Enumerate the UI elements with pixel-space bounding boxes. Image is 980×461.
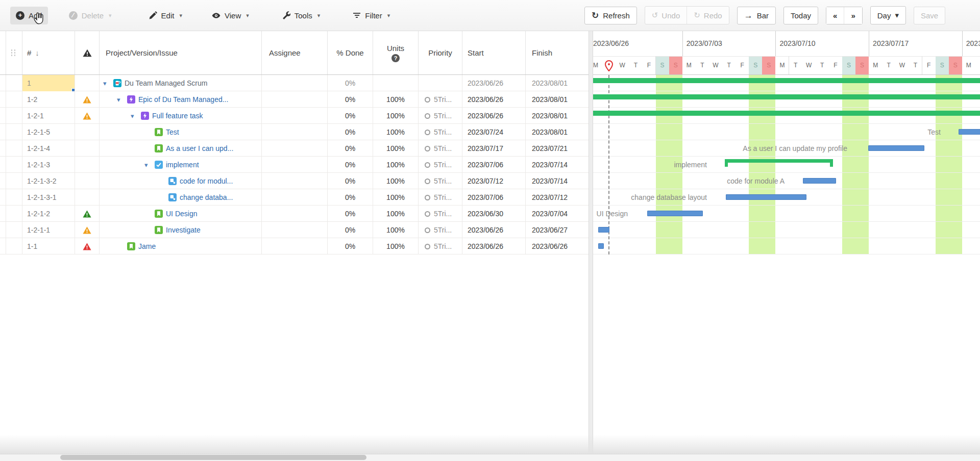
row-number-cell[interactable]: 1-2: [22, 91, 75, 108]
start-date-cell[interactable]: 2023/06/26: [462, 91, 526, 108]
today-button[interactable]: Today: [783, 7, 818, 24]
start-date-cell[interactable]: 2023/06/26: [462, 238, 526, 254]
issue-title-link[interactable]: Full feature task: [152, 112, 203, 120]
expand-caret-icon[interactable]: ▾: [144, 161, 148, 169]
row-grip-cell[interactable]: [6, 222, 22, 238]
project-issue-cell[interactable]: Jame: [100, 238, 262, 254]
edit-menu-button[interactable]: Edit ▾: [143, 7, 188, 24]
table-row[interactable]: 1-2-1-3-2code for modul...0%100%5Tri...2…: [0, 173, 589, 189]
column-header-warning[interactable]: [75, 31, 100, 74]
units-cell[interactable]: 100%: [373, 206, 419, 222]
issue-title-link[interactable]: code for modul...: [180, 177, 233, 185]
project-issue-cell[interactable]: code for modul...: [100, 173, 262, 189]
expand-caret-icon[interactable]: ▾: [117, 96, 120, 104]
project-issue-cell[interactable]: Investigate: [100, 222, 262, 238]
table-row[interactable]: 1-2-1-4As a user I can upd...0%100%5Tri.…: [0, 140, 589, 157]
gantt-task-bar[interactable]: [598, 227, 609, 233]
table-row[interactable]: 1▾Du Team Managed Scrum0%2023/06/262023/…: [0, 75, 589, 91]
percent-done-cell[interactable]: 0%: [328, 238, 373, 254]
zoom-level-dropdown[interactable]: Day ▾: [870, 6, 906, 24]
priority-cell[interactable]: 5Tri...: [419, 206, 462, 222]
units-cell[interactable]: 100%: [373, 91, 419, 108]
today-pin-icon[interactable]: [605, 60, 613, 73]
assignee-cell[interactable]: [262, 238, 328, 254]
row-number-cell[interactable]: 1-1: [22, 238, 75, 254]
gantt-task-bar[interactable]: [868, 145, 924, 151]
filter-menu-button[interactable]: Filter ▾: [347, 7, 396, 24]
assignee-cell[interactable]: [262, 157, 328, 173]
units-cell[interactable]: 100%: [373, 222, 419, 238]
issue-title-link[interactable]: Du Team Managed Scrum: [125, 79, 207, 87]
project-issue-cell[interactable]: change databa...: [100, 189, 262, 206]
start-date-cell[interactable]: 2023/07/06: [462, 157, 526, 173]
table-row[interactable]: 1-1Jame0%100%5Tri...2023/06/262023/06/26: [0, 238, 589, 254]
row-grip-cell[interactable]: [6, 189, 22, 206]
percent-done-cell[interactable]: 0%: [328, 124, 373, 140]
project-issue-cell[interactable]: ▾Full feature task: [100, 108, 262, 124]
table-row[interactable]: 1-2-1-5Test0%100%5Tri...2023/07/242023/0…: [0, 124, 589, 140]
start-date-cell[interactable]: 2023/07/06: [462, 189, 526, 206]
row-number-cell[interactable]: 1-2-1: [22, 108, 75, 124]
start-date-cell[interactable]: 2023/07/24: [462, 124, 526, 140]
gantt-task-bar[interactable]: [959, 129, 980, 135]
priority-cell[interactable]: 5Tri...: [419, 108, 462, 124]
delete-button[interactable]: ∕ Delete ▾: [63, 7, 117, 24]
finish-date-cell[interactable]: 2023/08/01: [526, 91, 589, 108]
assignee-cell[interactable]: [262, 206, 328, 222]
issue-title-link[interactable]: As a user I can upd...: [166, 144, 233, 152]
start-date-cell[interactable]: 2023/07/12: [462, 173, 526, 189]
finish-date-cell[interactable]: 2023/07/14: [526, 157, 589, 173]
start-date-cell[interactable]: 2023/06/26: [462, 75, 526, 91]
start-date-cell[interactable]: 2023/06/30: [462, 206, 526, 222]
finish-date-cell[interactable]: 2023/06/27: [526, 222, 589, 238]
priority-cell[interactable]: 5Tri...: [419, 173, 462, 189]
percent-done-cell[interactable]: 0%: [328, 140, 373, 157]
table-row[interactable]: 1-2-1▾Full feature task0%100%5Tri...2023…: [0, 108, 589, 124]
units-cell[interactable]: 100%: [373, 189, 419, 206]
bar-button[interactable]: → Bar: [737, 7, 776, 24]
finish-date-cell[interactable]: 2023/07/14: [526, 173, 589, 189]
row-number-cell[interactable]: 1-2-1-4: [22, 140, 75, 157]
assignee-cell[interactable]: [262, 189, 328, 206]
start-date-cell[interactable]: 2023/06/26: [462, 222, 526, 238]
issue-title-link[interactable]: Jame: [138, 242, 156, 250]
assignee-cell[interactable]: [262, 108, 328, 124]
column-header-units[interactable]: Units ?: [373, 31, 419, 74]
units-cell[interactable]: 100%: [373, 173, 419, 189]
selected-cell[interactable]: 1: [22, 75, 75, 91]
column-header-number[interactable]: # ↓: [22, 31, 75, 74]
column-header-assignee[interactable]: Assignee: [262, 31, 328, 74]
project-issue-cell[interactable]: UI Design: [100, 206, 262, 222]
row-grip-cell[interactable]: [6, 91, 22, 108]
priority-cell[interactable]: [419, 75, 462, 91]
expand-caret-icon[interactable]: ▾: [131, 112, 134, 120]
undo-button[interactable]: ↺ Undo: [645, 7, 687, 24]
row-grip-cell[interactable]: [6, 206, 22, 222]
row-number-cell[interactable]: 1-2-1-3: [22, 157, 75, 173]
project-issue-cell[interactable]: Test: [100, 124, 262, 140]
units-cell[interactable]: 100%: [373, 108, 419, 124]
view-menu-button[interactable]: View ▾: [206, 7, 255, 24]
horizontal-scrollbar-thumb[interactable]: [60, 455, 366, 460]
assignee-cell[interactable]: [262, 140, 328, 157]
row-number-cell[interactable]: 1-2-1-1: [22, 222, 75, 238]
row-number-cell[interactable]: 1-2-1-5: [22, 124, 75, 140]
percent-done-cell[interactable]: 0%: [328, 206, 373, 222]
finish-date-cell[interactable]: 2023/08/01: [526, 124, 589, 140]
start-date-cell[interactable]: 2023/07/17: [462, 140, 526, 157]
percent-done-cell[interactable]: 0%: [328, 108, 373, 124]
priority-cell[interactable]: 5Tri...: [419, 222, 462, 238]
table-row[interactable]: 1-2-1-2UI Design0%100%5Tri...2023/06/302…: [0, 206, 589, 222]
row-number-cell[interactable]: 1-2-1-3-2: [22, 173, 75, 189]
percent-done-cell[interactable]: 0%: [328, 173, 373, 189]
start-date-cell[interactable]: 2023/06/26: [462, 108, 526, 124]
percent-done-cell[interactable]: 0%: [328, 157, 373, 173]
priority-cell[interactable]: 5Tri...: [419, 157, 462, 173]
column-header-done[interactable]: % Done: [328, 31, 373, 74]
row-grip-cell[interactable]: [6, 124, 22, 140]
assignee-cell[interactable]: [262, 222, 328, 238]
units-cell[interactable]: 100%: [373, 157, 419, 173]
gantt-task-bar[interactable]: [598, 243, 604, 249]
tools-menu-button[interactable]: Tools ▾: [276, 7, 326, 24]
units-cell[interactable]: 100%: [373, 140, 419, 157]
